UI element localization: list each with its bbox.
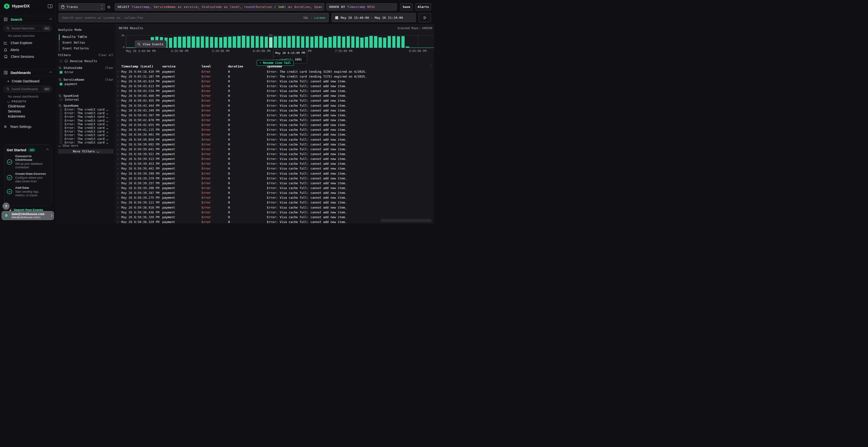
histogram-bar[interactable]: [201, 36, 204, 48]
table-row[interactable]: ›May 26 9:03:31.187 PMpaymentError0Error…: [116, 74, 434, 79]
table-row[interactable]: ›May 26 8:50:39.442 PMpaymentError0Error…: [116, 166, 434, 171]
histogram-bar[interactable]: [392, 36, 396, 48]
table-row[interactable]: ›May 26 8:50:36.436 PMpaymentError0Error…: [116, 210, 434, 215]
histogram-bar[interactable]: [183, 37, 186, 48]
row-expand-icon[interactable]: ›: [117, 89, 121, 93]
histogram-bar[interactable]: [306, 36, 309, 48]
filter-value-payment[interactable]: payment: [60, 82, 78, 86]
histogram-bar[interactable]: [283, 36, 286, 48]
row-expand-icon[interactable]: ›: [117, 196, 121, 199]
row-expand-icon[interactable]: ›: [117, 143, 121, 146]
sql-orderby-editor[interactable]: ORDER BY Timestamp DESC: [326, 3, 397, 10]
filter-value-spanname[interactable]: Error: The credit card …: [60, 133, 108, 137]
row-expand-icon[interactable]: ›: [117, 99, 121, 102]
checkbox-unchecked[interactable]: [60, 112, 62, 115]
row-expand-icon[interactable]: ›: [117, 123, 121, 127]
analysis-mode-event-deltas[interactable]: Event Deltas: [62, 41, 85, 44]
filter-value-spanname[interactable]: Error: The credit card …: [60, 137, 108, 141]
view-events-button[interactable]: View Events: [134, 40, 166, 48]
resume-live-tail-button[interactable]: ⚡ Resume Live Tail: [257, 60, 293, 66]
row-expand-icon[interactable]: ›: [117, 118, 121, 122]
filter-value-spanname[interactable]: Error: The credit card …: [60, 111, 108, 115]
checkbox-unchecked[interactable]: [60, 60, 62, 63]
preset-dashboard-kubernetes[interactable]: Kubernetes: [8, 114, 25, 118]
histogram-bar[interactable]: [338, 36, 341, 48]
checkbox-checked[interactable]: [60, 82, 62, 85]
filter-value-spanname[interactable]: Error: The credit card …: [60, 126, 108, 130]
table-row[interactable]: ›May 26 8:50:43.624 PMpaymentError0Error…: [116, 79, 434, 83]
checkbox-unchecked[interactable]: [60, 108, 62, 111]
histogram-bar[interactable]: [347, 36, 350, 48]
column-header-service[interactable]: ⋮service: [162, 65, 202, 68]
filter-value-spanname[interactable]: Error: The credit card …: [60, 122, 108, 126]
table-row[interactable]: ›May 26 8:50:42.878 PMpaymentError0Error…: [116, 117, 434, 122]
histogram-bar[interactable]: [255, 36, 259, 48]
histogram-bar[interactable]: [360, 38, 364, 48]
histogram-bar[interactable]: [206, 37, 209, 48]
table-row[interactable]: ›May 26 8:50:43.349 PMpaymentError0Error…: [116, 108, 434, 113]
create-dashboard-button[interactable]: + Create Dashboard: [7, 79, 53, 83]
histogram-bar[interactable]: [301, 36, 305, 48]
user-menu[interactable]: D dale@clickhouse.com dale@clickhouse.co…: [1, 211, 54, 220]
histogram-bar[interactable]: [378, 37, 382, 48]
table-row[interactable]: ›May 26 8:50:39.692 PMpaymentError0Error…: [116, 142, 434, 147]
histogram-bar[interactable]: [274, 36, 277, 48]
row-expand-icon[interactable]: ›: [117, 128, 121, 132]
histogram-bar[interactable]: [251, 36, 254, 48]
table-row[interactable]: ›May 26 8:50:39.275 PMpaymentError0Error…: [116, 195, 434, 200]
histogram-bar[interactable]: [401, 36, 405, 48]
histogram-bar[interactable]: [269, 37, 273, 48]
presets-header[interactable]: PRESETS: [7, 100, 27, 103]
results-histogram[interactable]: [126, 35, 434, 48]
clear-link[interactable]: Clear: [105, 78, 114, 81]
histogram-bar[interactable]: [246, 36, 250, 48]
row-expand-icon[interactable]: ›: [117, 113, 121, 117]
histogram-bar[interactable]: [174, 37, 177, 48]
table-row[interactable]: ›May 26 8:50:38.918 PMpaymentError0Error…: [116, 205, 434, 210]
table-row[interactable]: ›May 26 8:50:39.901 PMpaymentError0Error…: [116, 132, 434, 137]
histogram-bar[interactable]: [278, 36, 282, 48]
row-expand-icon[interactable]: ›: [117, 157, 121, 161]
language-toggle[interactable]: SQL | Lucene: [303, 16, 325, 20]
histogram-bar[interactable]: [187, 36, 190, 48]
histogram-bar[interactable]: [333, 36, 336, 48]
table-row[interactable]: ›May 26 8:50:39.287 PMpaymentError0Error…: [116, 191, 434, 195]
checkbox-unchecked[interactable]: [60, 141, 62, 144]
histogram-bar[interactable]: [219, 37, 222, 48]
clear-all-link[interactable]: Clear all: [99, 54, 114, 57]
checkbox-unchecked[interactable]: [60, 123, 62, 126]
sidebar-item-alerts[interactable]: Alerts: [4, 48, 53, 52]
run-query-button[interactable]: [419, 13, 431, 22]
alerts-button[interactable]: Alerts: [415, 3, 431, 10]
histogram-bar[interactable]: [192, 36, 195, 48]
histogram-bar[interactable]: [351, 36, 355, 48]
checkbox-unchecked[interactable]: [60, 130, 62, 133]
table-row[interactable]: ›May 26 8:50:39.379 PMpaymentError0Error…: [116, 176, 434, 181]
sidebar-item-team-settings[interactable]: ⚙ Team Settings: [4, 125, 53, 129]
table-row[interactable]: ›May 26 8:50:43.466 PMpaymentError0Error…: [116, 94, 434, 98]
table-row[interactable]: ›May 26 8:50:43.307 PMpaymentError0Error…: [116, 113, 434, 117]
histogram-bar[interactable]: [260, 36, 264, 48]
filter-value-internal[interactable]: Internal: [60, 98, 79, 101]
table-options-icon[interactable]: ⋮: [429, 64, 432, 68]
row-expand-icon[interactable]: ›: [117, 201, 121, 204]
histogram-bar[interactable]: [210, 37, 213, 48]
checkbox-unchecked[interactable]: [60, 127, 62, 129]
table-row[interactable]: ›May 26 8:50:39.551 PMpaymentError0Error…: [116, 151, 434, 156]
histogram-bar[interactable]: [287, 36, 291, 48]
get-started-item[interactable]: Add DataStart sending logs, metrics, or …: [7, 186, 49, 197]
filter-value-spanname[interactable]: Error: The credit card …: [60, 108, 108, 111]
saved-searches-input[interactable]: Saved Searches ⌘K: [3, 25, 52, 32]
date-range-picker[interactable]: May 26 15:40:00 - May 26 21:10:00: [332, 13, 416, 22]
row-expand-icon[interactable]: ›: [117, 133, 121, 136]
search-input[interactable]: Search your events w/ Lucene ex. column:…: [59, 13, 329, 22]
column-header-timestamp[interactable]: Timestamp (Local): [121, 65, 162, 68]
checkbox-unchecked[interactable]: [60, 137, 62, 140]
filter-value-spanname[interactable]: Error: The credit card …: [60, 141, 108, 144]
sidebar-section-search[interactable]: Search: [0, 16, 56, 23]
histogram-bar[interactable]: [178, 37, 181, 48]
sidebar-item-client-sessions[interactable]: Client Sessions: [4, 55, 53, 59]
histogram-bar[interactable]: [233, 36, 236, 48]
sidebar-item-chart-explorer[interactable]: Chart Explorer: [4, 41, 53, 45]
row-expand-icon[interactable]: ›: [117, 152, 121, 156]
